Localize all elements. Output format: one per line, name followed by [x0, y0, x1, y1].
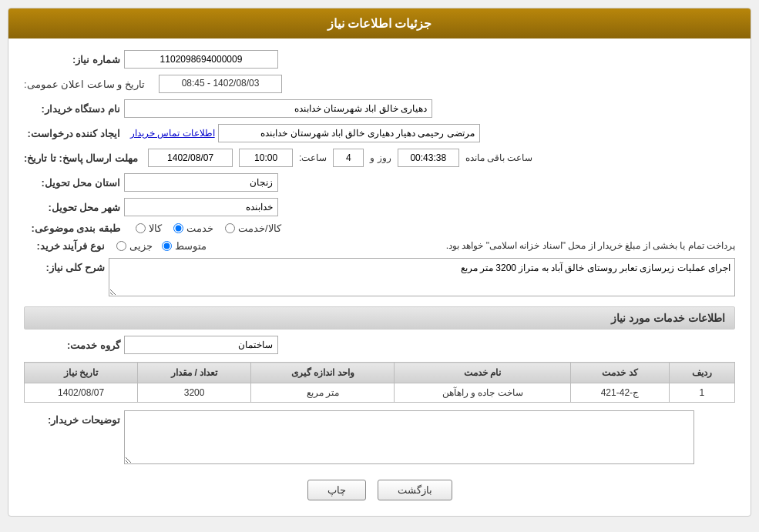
province-row: استان محل تحویل: — [24, 173, 735, 192]
city-row: شهر محل تحویل: — [24, 198, 735, 216]
time-input — [239, 149, 293, 167]
print-button[interactable]: چاپ — [307, 480, 366, 500]
process-motavaset-label: متوسط — [175, 240, 207, 252]
countdown-input — [398, 149, 459, 167]
requester-input — [218, 124, 480, 142]
days-input — [333, 149, 364, 167]
cell-name: ساخت جاده و راهآهن — [395, 383, 571, 403]
province-input — [124, 173, 278, 192]
city-label: شهر محل تحویل: — [24, 202, 124, 213]
process-label: نوع فرآیند خرید: — [24, 240, 109, 252]
col-row: ردیف — [669, 363, 734, 383]
process-jozi[interactable]: جزیی — [116, 240, 153, 252]
buyer-notes-input[interactable] — [124, 410, 694, 464]
buyer-org-row: نام دستگاه خریدار: — [24, 99, 735, 118]
announce-label: تاریخ و ساعت اعلان عمومی: — [24, 79, 145, 90]
days-label: روز و — [370, 152, 391, 163]
services-table-body: 1ج-42-421ساخت جاده و راهآهنمتر مربع32001… — [25, 383, 735, 403]
city-input — [124, 198, 278, 216]
category-radio-group: کالا/خدمت خدمت کالا — [136, 223, 281, 234]
process-row: پرداخت تمام یا بخشی از مبلغ خریدار از مح… — [24, 240, 735, 252]
process-radio-group: متوسط جزیی — [116, 240, 207, 252]
cell-row: 1 — [669, 383, 734, 403]
contact-link[interactable]: اطلاعات تماس خریدار — [130, 128, 215, 139]
province-label: استان محل تحویل: — [24, 177, 124, 189]
buyer-notes-label: توضیحات خریدار: — [24, 410, 124, 426]
col-name: نام خدمت — [395, 363, 571, 383]
deadline-row: ساعت باقی مانده روز و ساعت: مهلت ارسال پ… — [24, 149, 735, 167]
requester-label: ایجاد کننده درخواست: — [24, 128, 124, 139]
category-kala[interactable]: کالا — [136, 223, 162, 234]
process-jozi-radio[interactable] — [116, 241, 126, 251]
cell-date: 1402/08/07 — [25, 383, 138, 403]
description-input[interactable] — [109, 258, 735, 296]
date-input — [148, 149, 233, 167]
category-kala-khedmat[interactable]: کالا/خدمت — [225, 223, 281, 234]
group-row: گروه خدمت: — [24, 336, 735, 354]
process-motavaset[interactable]: متوسط — [162, 240, 207, 252]
description-row: شرح کلی نیاز: — [24, 258, 735, 299]
cell-code: ج-42-421 — [571, 383, 670, 403]
category-label: طبقه بندی موضوعی: — [24, 223, 124, 234]
group-label: گروه خدمت: — [24, 340, 124, 351]
category-khedmat[interactable]: خدمت — [173, 223, 213, 234]
col-code: کد خدمت — [571, 363, 670, 383]
category-kala-radio[interactable] — [136, 223, 146, 233]
process-motavaset-radio[interactable] — [162, 241, 172, 251]
back-button[interactable]: بازگشت — [378, 480, 452, 500]
group-input — [124, 336, 278, 354]
announce-date-value: 1402/08/03 - 08:45 — [159, 75, 282, 93]
need-number-row: شماره نیاز: — [24, 50, 735, 69]
buyer-notes-row: توضیحات خریدار: — [24, 410, 735, 464]
requester-row: اطلاعات تماس خریدار ایجاد کننده درخواست: — [24, 124, 735, 142]
services-table-header: ردیف کد خدمت نام خدمت واحد اندازه گیری ت… — [25, 363, 735, 383]
process-jozi-label: جزیی — [129, 240, 153, 252]
category-kala-label: کالا — [149, 223, 162, 234]
category-khedmat-label: خدمت — [186, 223, 213, 234]
deadline-label: مهلت ارسال پاسخ: تا تاریخ: — [24, 152, 142, 164]
buttons-row: بازگشت چاپ — [24, 472, 735, 504]
cell-quantity: 3200 — [138, 383, 251, 403]
buyer-org-label: نام دستگاه خریدار: — [24, 103, 124, 115]
cell-unit: متر مربع — [251, 383, 395, 403]
col-date: تاریخ نیاز — [25, 363, 138, 383]
col-quantity: تعداد / مقدار — [138, 363, 251, 383]
description-label: شرح کلی نیاز: — [24, 258, 109, 273]
process-note: پرداخت تمام یا بخشی از مبلغ خریدار از مح… — [220, 240, 735, 251]
announce-date-row: 1402/08/03 - 08:45 تاریخ و ساعت اعلان عم… — [24, 75, 735, 93]
need-number-label: شماره نیاز: — [24, 54, 124, 65]
category-kala-khedmat-radio[interactable] — [225, 223, 235, 233]
need-number-input — [124, 50, 278, 69]
countdown-label: ساعت باقی مانده — [465, 152, 533, 163]
table-row: 1ج-42-421ساخت جاده و راهآهنمتر مربع32001… — [25, 383, 735, 403]
services-section-header: اطلاعات خدمات مورد نیاز — [24, 306, 735, 330]
services-table: ردیف کد خدمت نام خدمت واحد اندازه گیری ت… — [24, 362, 735, 403]
page-title: جزئیات اطلاعات نیاز — [8, 8, 751, 38]
category-kala-khedmat-label: کالا/خدمت — [238, 223, 281, 234]
category-khedmat-radio[interactable] — [173, 223, 183, 233]
description-container — [109, 258, 735, 299]
time-label: ساعت: — [299, 152, 327, 163]
buyer-org-input — [124, 99, 432, 118]
col-unit: واحد اندازه گیری — [251, 363, 395, 383]
category-row: کالا/خدمت خدمت کالا طبقه بندی موضوعی: — [24, 223, 735, 234]
